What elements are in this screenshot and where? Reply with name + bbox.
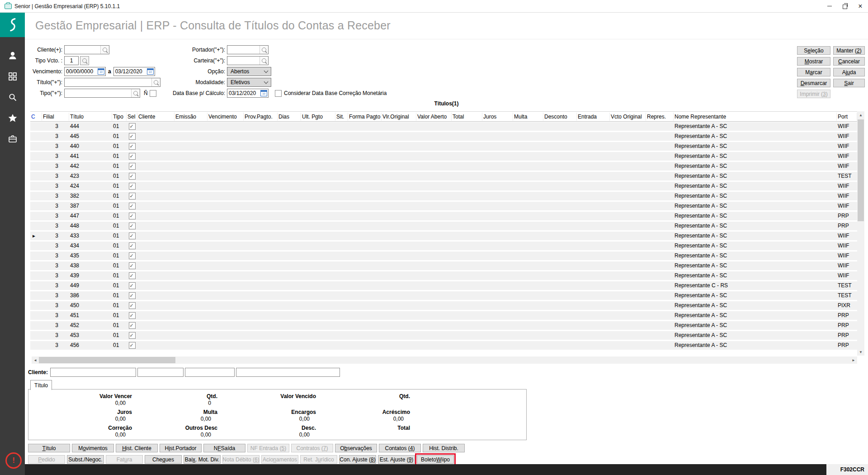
scroll-up-icon[interactable]: ▲	[857, 111, 864, 119]
portador-search-button[interactable]	[259, 46, 268, 54]
carteira-search-button[interactable]	[259, 57, 268, 65]
table-row[interactable]: ► 3 439 01 ✓ Representante A - SC WIIF	[30, 271, 857, 280]
cliente-name-field[interactable]	[236, 368, 340, 377]
table-row[interactable]: ► 3 382 01 ✓ Representante A - SC WIIF	[30, 192, 857, 200]
row-checkbox[interactable]: ✓	[129, 342, 136, 349]
bottom-button[interactable]: Observações	[335, 444, 377, 452]
table-row[interactable]: ► 3 451 01 ✓ Representante A - SC PRP	[30, 311, 857, 320]
briefcase-icon[interactable]	[8, 134, 18, 144]
row-checkbox[interactable]: ✓	[129, 262, 136, 269]
bottom-button[interactable]: NF Entrada (5)	[247, 444, 289, 452]
table-row[interactable]: ► 3 440 01 ✓ Representante A - SC WIIF	[30, 142, 857, 151]
column-header[interactable]: Vlr.Original	[382, 113, 416, 121]
opcao-dropdown[interactable]: Abertos	[227, 67, 271, 76]
bottom-button[interactable]: Hist. Distrib.	[423, 444, 465, 452]
tipo-vcto-input[interactable]	[65, 57, 78, 65]
close-button[interactable]: ×	[853, 0, 868, 12]
modalidade-dropdown[interactable]: Efetivos	[227, 78, 271, 87]
cliente-field-2[interactable]	[137, 368, 184, 377]
table-row[interactable]: ► 3 438 01 ✓ Representante A - SC WIIF	[30, 261, 857, 270]
row-checkbox[interactable]: ✓	[129, 193, 136, 200]
column-header[interactable]: Tipo	[112, 113, 127, 121]
vencimento-to-input[interactable]	[114, 67, 146, 76]
table-row[interactable]: ► 3 453 01 ✓ Representante A - SC PRP	[30, 331, 857, 340]
tipo-input[interactable]	[65, 89, 131, 97]
bottom-button[interactable]: Contatos (4)	[379, 444, 421, 452]
table-row[interactable]: ► 3 456 01 ✓ Representante A - SC PRP	[30, 341, 857, 350]
bottom-button[interactable]: Título	[28, 444, 70, 452]
bottom-button[interactable]: Fatura	[106, 455, 143, 464]
database-input[interactable]	[227, 89, 259, 97]
scroll-left-icon[interactable]: ◄	[32, 356, 39, 364]
tipo-search-button[interactable]	[131, 89, 140, 97]
vencimento-from-input[interactable]	[65, 67, 97, 76]
row-checkbox[interactable]: ✓	[129, 183, 136, 190]
search-icon[interactable]	[8, 92, 18, 102]
table-row[interactable]: ► 3 447 01 ✓ Representante A - SC PRP	[30, 212, 857, 220]
row-checkbox[interactable]: ✓	[129, 252, 136, 259]
action-button[interactable]: Imprimir (3)	[797, 90, 830, 98]
bottom-button[interactable]: Hist. Cliente	[116, 444, 158, 452]
table-row[interactable]: ► 3 445 01 ✓ Representante A - SC WIIF	[30, 132, 857, 141]
row-checkbox[interactable]: ✓	[129, 223, 136, 229]
row-checkbox[interactable]: ✓	[129, 153, 136, 160]
column-header[interactable]: Ult. Pgto	[301, 113, 335, 121]
horizontal-scroll-thumb[interactable]	[39, 357, 175, 363]
column-header[interactable]: Sit.	[335, 113, 348, 121]
bottom-button[interactable]: Movimentos	[72, 444, 114, 452]
action-button[interactable]: Marcar	[797, 68, 830, 76]
row-checkbox[interactable]: ✓	[129, 312, 136, 319]
table-row[interactable]: ► 3 424 01 ✓ Representante A - SC WIIF	[30, 182, 857, 190]
bottom-button[interactable]: Baix. Mot. Div.	[184, 455, 221, 464]
cliente-field-3[interactable]	[185, 368, 235, 377]
portador-input[interactable]	[227, 46, 259, 54]
bottom-button[interactable]: Acionamentos	[261, 455, 298, 464]
column-header[interactable]: Port	[837, 113, 857, 121]
bottom-button[interactable]: Nota Débito (6)	[222, 455, 259, 464]
row-checkbox[interactable]: ✓	[129, 173, 136, 180]
table-row[interactable]: ► 3 450 01 ✓ Representante A - SC PIXR	[30, 301, 857, 310]
row-checkbox[interactable]: ✓	[129, 203, 136, 209]
n-checkbox[interactable]	[150, 90, 156, 97]
row-checkbox[interactable]: ✓	[129, 242, 136, 249]
table-row[interactable]: ► 3 444 01 ✓ Representante A - SC WIIF	[30, 122, 857, 131]
row-checkbox[interactable]: ✓	[129, 272, 136, 279]
table-row[interactable]: ► 3 434 01 ✓ Representante A - SC WIIF	[30, 242, 857, 250]
column-header[interactable]: Nome Representante	[674, 113, 837, 121]
tab-titulo[interactable]: Título	[30, 380, 52, 390]
cliente-input[interactable]	[65, 46, 100, 54]
vencimento-from-calendar-button[interactable]	[97, 67, 105, 76]
cliente-code-field[interactable]	[50, 368, 136, 377]
action-button[interactable]: Seleção	[797, 46, 830, 55]
cliente-search-button[interactable]	[100, 46, 109, 54]
carteira-input[interactable]	[227, 57, 259, 65]
vertical-scroll-thumb[interactable]	[858, 119, 864, 221]
restore-button[interactable]	[837, 0, 853, 12]
column-header[interactable]: C	[30, 113, 42, 121]
bottom-button[interactable]: Hist.Portador	[160, 444, 202, 452]
scroll-down-icon[interactable]: ▼	[857, 348, 864, 356]
bottom-button[interactable]: NF Saída	[203, 444, 245, 452]
column-header[interactable]: Vcto Original	[610, 113, 646, 121]
horizontal-scrollbar[interactable]: ◄ ►	[32, 356, 857, 364]
column-header[interactable]: Dias	[278, 113, 301, 121]
row-checkbox[interactable]: ✓	[129, 163, 136, 170]
senior-logo[interactable]	[0, 12, 25, 37]
column-header[interactable]: Emissão	[175, 113, 208, 121]
vertical-scrollbar[interactable]: ▲ ▼	[857, 111, 864, 356]
action-button[interactable]: Desmarcar	[797, 79, 830, 87]
row-checkbox[interactable]: ✓	[129, 282, 136, 289]
column-header[interactable]: Forma Pagto	[348, 113, 382, 121]
titulo-input[interactable]	[65, 78, 151, 86]
bottom-button[interactable]: Ret. Jurídico	[300, 455, 337, 464]
column-header[interactable]: Total	[452, 113, 482, 121]
vencimento-to-calendar-button[interactable]	[146, 67, 155, 76]
minimize-button[interactable]	[822, 0, 837, 12]
bottom-button[interactable]: Boleto Wiipo	[417, 455, 454, 464]
row-checkbox[interactable]: ✓	[129, 133, 136, 140]
action-button[interactable]: Ajuda	[833, 68, 865, 76]
alert-badge[interactable]: !	[5, 452, 22, 469]
bottom-button[interactable]: Con. Ajuste (8)	[339, 455, 376, 464]
table-row[interactable]: ► 3 448 01 ✓ Representante A - SC PRP	[30, 222, 857, 230]
column-header[interactable]: Juros	[482, 113, 513, 121]
